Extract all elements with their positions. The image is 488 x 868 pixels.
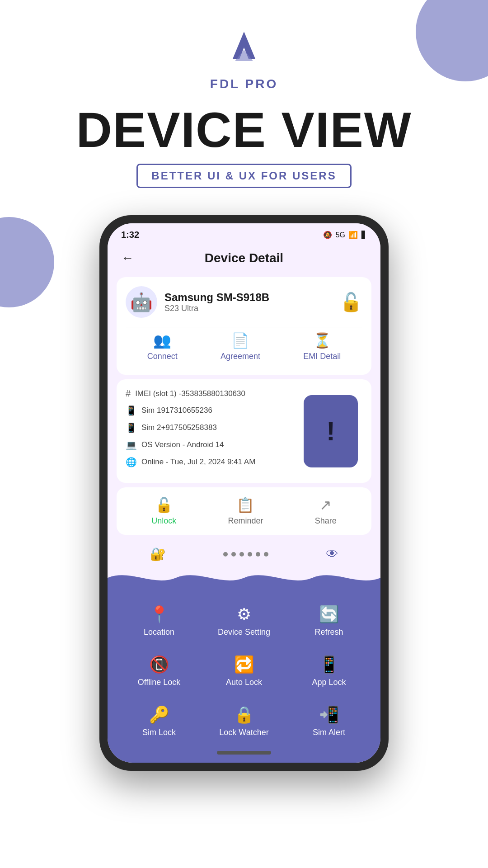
share-icon: ↗ [319, 496, 332, 514]
phone-screen: 1:32 🔕 5G 📶 ▋ ← Device Detail 🤖 [108, 223, 380, 763]
phone-home-bar [217, 751, 271, 755]
view-icon[interactable]: 👁 [326, 547, 338, 561]
os-detail: 💻 OS Version - Android 14 [126, 439, 295, 450]
wifi-icon: 📶 [349, 231, 358, 239]
reminder-label: Reminder [228, 516, 263, 526]
connect-label: Connect [147, 352, 178, 361]
dot-6 [264, 552, 268, 557]
agreement-icon: 📄 [231, 332, 249, 349]
device-setting-label: Device Setting [218, 627, 270, 637]
reminder-button[interactable]: 📋 Reminder [228, 496, 263, 526]
back-button[interactable]: ← [121, 251, 134, 265]
battery-icon: ▋ [361, 231, 367, 239]
device-details-left: # IMEI (slot 1) -353835880130630 📱 Sim 1… [126, 388, 295, 474]
header: FDL PRO DEVICE VIEW BETTER UI & UX FOR U… [0, 0, 488, 215]
wave-area [108, 569, 380, 587]
subtitle-badge: BETTER UI & UX FOR USERS [136, 164, 351, 188]
location-button[interactable]: 📍 Location [117, 596, 202, 646]
sim-alert-button[interactable]: 📲 Sim Alert [286, 696, 371, 746]
auto-lock-button[interactable]: 🔁 Auto Lock [202, 646, 286, 696]
purple-bottom-section: 📍 Location ⚙ Device Setting 🔄 Refresh 📵 … [108, 587, 380, 763]
sim2-detail: 📱 Sim 2+917505258383 [126, 422, 295, 433]
subtitle-text: BETTER UI & UX FOR USERS [151, 170, 336, 182]
app-header-title: Device Detail [205, 251, 283, 265]
app-lock-label: App Lock [312, 678, 346, 687]
offline-lock-button[interactable]: 📵 Offline Lock [117, 646, 202, 696]
share-label: Share [315, 516, 337, 526]
dot-4 [248, 552, 252, 557]
status-time: 1:32 [121, 230, 139, 240]
dot-1 [223, 552, 228, 557]
auto-lock-icon: 🔁 [234, 655, 254, 674]
wave-svg [108, 569, 380, 587]
app-header: ← Device Detail [108, 244, 380, 273]
device-setting-button[interactable]: ⚙ Device Setting [202, 596, 286, 646]
device-image-right [299, 388, 362, 474]
dot-5 [256, 552, 260, 557]
page-title: DEVICE VIEW [0, 105, 488, 155]
sim1-detail: 📱 Sim 1917310655236 [126, 405, 295, 416]
agreement-button[interactable]: 📄 Agreement [221, 332, 260, 361]
offline-lock-label: Offline Lock [138, 678, 181, 687]
os-icon: 💻 [126, 439, 137, 450]
sim-lock-button[interactable]: 🔑 Sim Lock [117, 696, 202, 746]
status-bar: 1:32 🔕 5G 📶 ▋ [108, 223, 380, 244]
emi-icon: ⏳ [313, 332, 331, 349]
auto-lock-label: Auto Lock [226, 678, 262, 687]
online-text: Online - Tue, Jul 2, 2024 9:41 AM [141, 458, 255, 467]
mid-action-row: 🔓 Unlock 📋 Reminder ↗ Share [126, 492, 362, 530]
device-name-block: Samsung SM-S918B S23 Ultra [164, 291, 269, 313]
imei-detail: # IMEI (slot 1) -353835880130630 [126, 388, 295, 399]
device-avatar-name: 🤖 Samsung SM-S918B S23 Ultra [126, 286, 269, 318]
refresh-button[interactable]: 🔄 Refresh [286, 596, 371, 646]
mid-action-section: 🔓 Unlock 📋 Reminder ↗ Share [117, 487, 371, 535]
lock-status-icon: 🔓 [340, 292, 362, 313]
reminder-icon: 📋 [236, 496, 254, 514]
sim1-icon: 📱 [126, 405, 137, 416]
location-icon: 📍 [149, 605, 169, 624]
password-icon[interactable]: 🔐 [150, 547, 166, 561]
bottom-grid: 📍 Location ⚙ Device Setting 🔄 Refresh 📵 … [117, 596, 371, 746]
refresh-icon: 🔄 [319, 605, 339, 624]
agreement-label: Agreement [221, 352, 260, 361]
unlock-label: Unlock [151, 516, 176, 526]
device-info-card: 🤖 Samsung SM-S918B S23 Ultra 🔓 [126, 286, 362, 318]
lock-watcher-label: Lock Watcher [219, 728, 268, 737]
logo-container: FDL PRO [0, 27, 488, 91]
sim-lock-label: Sim Lock [142, 728, 176, 737]
refresh-label: Refresh [314, 627, 343, 637]
app-lock-button[interactable]: 📱 App Lock [286, 646, 371, 696]
unlock-button[interactable]: 🔓 Unlock [151, 496, 176, 526]
mute-icon: 🔕 [323, 231, 332, 239]
share-button[interactable]: ↗ Share [315, 496, 337, 526]
app-lock-icon: 📱 [319, 655, 339, 674]
device-name: Samsung SM-S918B [164, 291, 269, 304]
top-action-row: 👥 Connect 📄 Agreement ⏳ EMI Detail [126, 327, 362, 366]
location-label: Location [144, 627, 174, 637]
emi-detail-button[interactable]: ⏳ EMI Detail [303, 332, 341, 361]
network-icon: 5G [336, 231, 345, 239]
logo-text: FDL PRO [210, 77, 278, 91]
sim-alert-icon: 📲 [319, 705, 339, 724]
dot-3 [239, 552, 244, 557]
sim1-text: Sim 1917310655236 [141, 406, 212, 415]
sim2-icon: 📱 [126, 422, 137, 433]
device-info-section: 🤖 Samsung SM-S918B S23 Ultra 🔓 👥 Connect [117, 277, 371, 375]
phone-wrapper: 1:32 🔕 5G 📶 ▋ ← Device Detail 🤖 [0, 215, 488, 771]
lock-watcher-button[interactable]: 🔒 Lock Watcher [202, 696, 286, 746]
logo-icon [221, 27, 267, 72]
os-text: OS Version - Android 14 [141, 440, 224, 449]
imei-text: IMEI (slot 1) -353835880130630 [135, 389, 245, 398]
device-preview-image [304, 395, 358, 467]
emi-label: EMI Detail [303, 352, 341, 361]
lock-watcher-icon: 🔒 [234, 705, 254, 724]
avatar: 🤖 [126, 286, 157, 318]
connect-button[interactable]: 👥 Connect [147, 332, 178, 361]
dots-nav: 🔐 👁 [108, 539, 380, 569]
dot-2 [231, 552, 236, 557]
device-details-card: # IMEI (slot 1) -353835880130630 📱 Sim 1… [117, 379, 371, 483]
unlock-icon: 🔓 [155, 496, 173, 514]
offline-lock-icon: 📵 [149, 655, 169, 674]
device-model: S23 Ultra [164, 304, 269, 313]
device-setting-icon: ⚙ [237, 605, 251, 624]
